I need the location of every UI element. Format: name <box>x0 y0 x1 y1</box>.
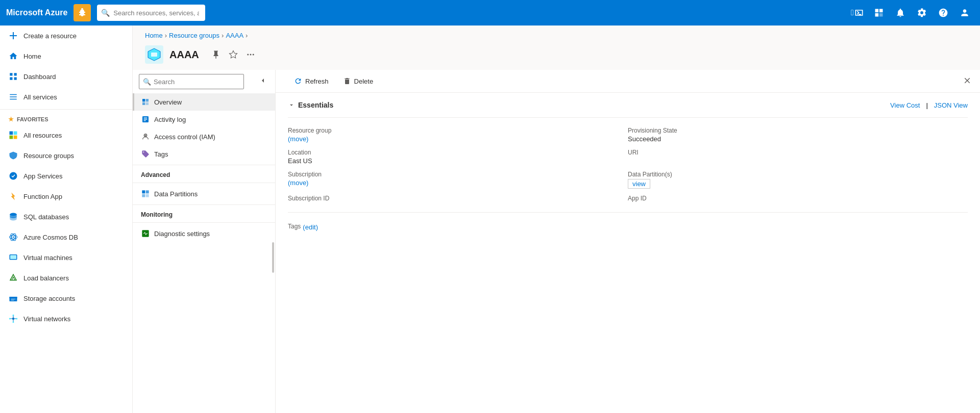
resource-group-move-link[interactable]: (move) <box>288 135 308 143</box>
essentials-location: Location East US <box>288 146 628 168</box>
essentials-data-partitions: Data Partition(s) view <box>628 168 968 192</box>
notification-icon-button[interactable] <box>891 4 910 22</box>
panel-nav-activity-log[interactable]: Activity log <box>133 111 275 128</box>
refresh-button[interactable]: Refresh <box>288 74 335 88</box>
access-control-icon <box>141 132 150 141</box>
svg-rect-6 <box>10 136 13 139</box>
left-panel: 🔍 Overview <box>133 70 276 413</box>
global-search-input[interactable] <box>97 5 205 21</box>
settings-icon-button[interactable] <box>913 4 931 22</box>
svg-point-30 <box>13 321 14 323</box>
portal-icon-button[interactable] <box>870 4 888 22</box>
sidebar-item-app-services[interactable]: App Services <box>0 166 132 186</box>
panel-nav-tags[interactable]: Tags <box>133 145 275 163</box>
sidebar-item-dashboard[interactable]: Dashboard <box>0 66 132 87</box>
sidebar-item-all-resources[interactable]: All resources <box>0 125 132 145</box>
sidebar-item-resource-groups[interactable]: Resource groups <box>0 145 132 166</box>
resource-icon <box>145 45 163 64</box>
svg-rect-51 <box>142 194 145 197</box>
sidebar-item-virtual-machines[interactable]: Virtual machines <box>0 247 132 268</box>
panel-collapse-button[interactable] <box>257 74 269 89</box>
svg-point-24 <box>12 318 15 320</box>
breadcrumb-current[interactable]: AAAA <box>226 32 243 39</box>
essentials-header: Essentials View Cost | JSON View <box>288 101 968 109</box>
breadcrumb-resource-groups[interactable]: Resource groups <box>169 32 219 39</box>
panel-nav-diagnostic-settings[interactable]: Diagnostic settings <box>133 225 275 242</box>
header-actions <box>209 48 257 61</box>
sidebar-item-cosmos-db[interactable]: Azure Cosmos DB <box>0 227 132 247</box>
portal-icon <box>874 8 884 18</box>
profile-icon-button[interactable] <box>955 4 974 22</box>
essentials-uri: URI <box>628 146 968 168</box>
diagnostic-settings-label: Diagnostic settings <box>154 230 210 238</box>
svg-point-32 <box>16 318 17 320</box>
view-cost-link[interactable]: View Cost <box>890 101 920 109</box>
sidebar-item-home[interactable]: Home <box>0 46 132 66</box>
svg-point-13 <box>13 237 14 238</box>
svg-point-47 <box>145 135 146 136</box>
svg-rect-50 <box>146 190 149 193</box>
question-icon <box>938 8 948 18</box>
tags-edit-link[interactable]: (edit) <box>303 223 318 231</box>
svg-point-36 <box>250 54 251 56</box>
app-layout: Create a resource Home Dashboard All ser… <box>0 25 980 413</box>
svg-point-31 <box>9 318 11 320</box>
data-partitions-view-link[interactable]: view <box>628 179 650 189</box>
svg-rect-39 <box>146 99 149 101</box>
gear-icon <box>917 8 927 18</box>
help-icon-button[interactable] <box>934 4 952 22</box>
svg-point-8 <box>10 172 17 180</box>
sidebar-item-function-app[interactable]: Function App <box>0 186 132 206</box>
panel-scrollbar <box>272 242 274 273</box>
svg-rect-0 <box>875 9 879 13</box>
breadcrumb-home[interactable]: Home <box>145 32 163 39</box>
profile-icon <box>960 8 970 18</box>
sidebar-item-all-services[interactable]: All services <box>0 87 132 107</box>
storage-icon <box>8 293 18 303</box>
overview-icon <box>141 97 150 107</box>
close-button[interactable] <box>963 76 972 88</box>
svg-rect-2 <box>875 13 879 17</box>
star-icon-button[interactable] <box>227 48 240 61</box>
sidebar-item-virtual-networks[interactable]: Virtual networks <box>0 308 132 329</box>
essentials-links: View Cost | JSON View <box>890 101 968 109</box>
bug-icon-button[interactable] <box>74 4 91 21</box>
pin-icon-button[interactable] <box>209 48 223 61</box>
essentials-subscription: Subscription (move) <box>288 168 628 192</box>
delete-button[interactable]: Delete <box>337 74 380 88</box>
essentials-provisioning-state: Provisioning State Succeeded <box>628 124 968 146</box>
cosmos-db-icon <box>8 232 18 242</box>
sql-icon <box>8 212 18 222</box>
list-icon <box>8 92 18 102</box>
data-partitions-icon <box>141 189 150 198</box>
terminal-icon-button[interactable]:  <box>848 4 867 22</box>
essentials-app-id: App ID <box>628 192 968 206</box>
panel-search-input[interactable] <box>139 74 244 89</box>
sidebar-item-sql-databases[interactable]: SQL databases <box>0 206 132 227</box>
json-view-link[interactable]: JSON View <box>934 101 968 109</box>
access-control-label: Access control (IAM) <box>154 133 215 141</box>
tags-label: Tags <box>154 150 168 158</box>
sidebar-item-load-balancers[interactable]: Load balancers <box>0 268 132 288</box>
svg-rect-52 <box>146 194 149 197</box>
delete-icon <box>343 77 351 85</box>
svg-rect-4 <box>10 132 13 135</box>
more-icon-button[interactable] <box>244 48 257 61</box>
panel-nav-access-control[interactable]: Access control (IAM) <box>133 128 275 145</box>
data-partitions-label: Data Partitions <box>154 190 198 198</box>
top-navigation: Microsoft Azure 🔍  <box>0 0 980 25</box>
resource-header: AAAA <box>133 39 980 70</box>
top-nav-actions:  <box>848 4 974 22</box>
sidebar-item-create-resource[interactable]: Create a resource <box>0 25 132 46</box>
panel-nav-overview[interactable]: Overview <box>133 93 275 111</box>
sidebar-item-storage-accounts[interactable]: Storage accounts <box>0 288 132 308</box>
panel-nav-data-partitions[interactable]: Data Partitions <box>133 185 275 202</box>
subscription-move-link[interactable]: (move) <box>288 179 308 187</box>
essentials-section: Essentials View Cost | JSON View Resourc… <box>276 93 980 243</box>
svg-rect-7 <box>14 136 17 139</box>
svg-point-35 <box>247 54 249 56</box>
favorites-section-label: ★ FAVORITES <box>0 112 132 125</box>
svg-rect-34 <box>151 53 157 57</box>
main-content: Home › Resource groups › AAAA › AAAA <box>133 25 980 413</box>
app-services-icon <box>8 171 18 181</box>
